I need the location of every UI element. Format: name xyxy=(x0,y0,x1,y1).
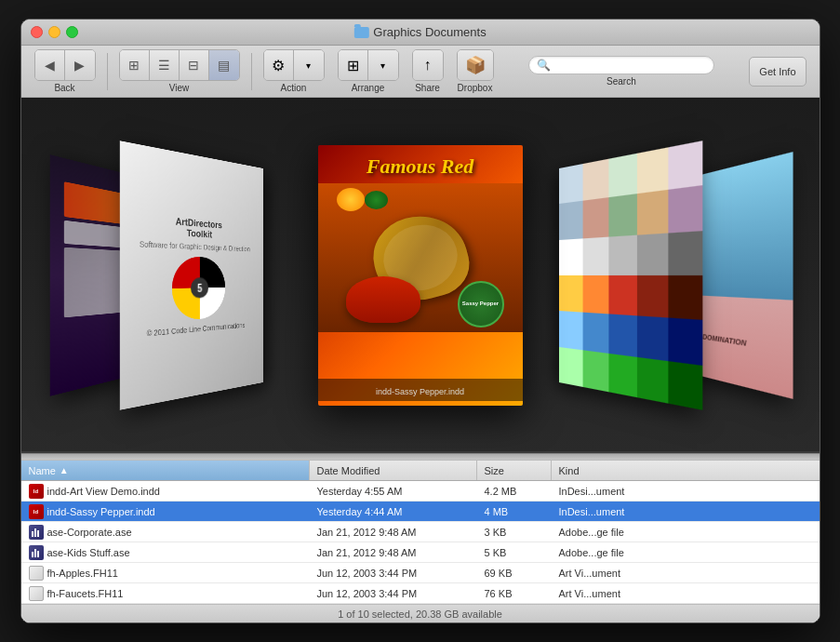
finder-window: Graphics Documents ◀ ▶ Back ⊞ xyxy=(20,19,820,623)
view-buttons: ⊞ ☰ ⊟ ▤ xyxy=(119,49,240,81)
column-header-kind[interactable]: Kind xyxy=(552,461,820,480)
column-header-name[interactable]: Name ▲ xyxy=(21,461,310,480)
title-bar: Graphics Documents xyxy=(21,20,820,46)
table-row[interactable]: Id indd-Sassy Pepper.indd Yesterday 4:44… xyxy=(21,502,820,522)
file-kind-cell: Art Vi...ument xyxy=(552,583,820,603)
arrange-dropdown-arrow-icon: ▾ xyxy=(380,60,385,71)
file-date-cell: Jun 12, 2003 3:44 PM xyxy=(310,583,477,603)
search-box: 🔍 Search xyxy=(501,56,742,87)
file-list-header: Name ▲ Date Modified Size Kind xyxy=(21,461,820,481)
list-view-icon: ☰ xyxy=(158,58,170,73)
indd-icon: Id xyxy=(29,504,44,519)
forward-button[interactable]: ▶ xyxy=(65,50,95,80)
search-label: Search xyxy=(607,76,636,87)
maximize-button[interactable] xyxy=(66,26,78,38)
table-row[interactable]: Id indd-Art View Demo.indd Yesterday 4:5… xyxy=(21,481,820,502)
share-group: ↑ Share xyxy=(407,49,449,93)
back-button[interactable]: ◀ xyxy=(35,50,65,80)
sassy-pepper-badge: Sassy Pepper xyxy=(458,281,504,328)
artdir-logo: 5 xyxy=(171,256,224,321)
file-size-cell: 3 KB xyxy=(477,522,552,542)
column-view-button[interactable]: ⊟ xyxy=(180,50,209,80)
icon-view-icon: ⊞ xyxy=(128,58,140,73)
action-buttons: ⚙ ▾ xyxy=(263,49,325,81)
file-kind-cell: InDesi...ument xyxy=(552,481,820,501)
icon-view-button[interactable]: ⊞ xyxy=(120,50,150,80)
arrange-group: ⊞ ▾ Arrange xyxy=(332,49,405,93)
table-row[interactable]: fh-Faucets.FH11 Jun 12, 2003 3:44 PM 76 … xyxy=(21,583,820,604)
file-date-cell: Jan 21, 2012 9:48 AM xyxy=(310,542,477,562)
back-forward-group: ◀ ▶ Back xyxy=(29,49,101,93)
action-button[interactable]: ⚙ xyxy=(264,50,294,80)
chip-area: Sassy Pepper xyxy=(318,183,523,332)
search-input-wrap[interactable]: 🔍 xyxy=(528,56,714,74)
indd-icon: Id xyxy=(29,484,44,499)
file-kind-cell: InDesi...ument xyxy=(552,502,820,521)
forward-icon: ▶ xyxy=(74,58,85,73)
arrange-buttons: ⊞ ▾ xyxy=(338,49,399,81)
arrange-label: Arrange xyxy=(352,83,385,93)
file-name-cell: ase-Kids Stuff.ase xyxy=(21,542,310,562)
file-name-cell: fh-Apples.FH11 xyxy=(21,563,310,582)
coverflow-area: ArtDirectorsToolkit Software for Graphic… xyxy=(21,98,820,453)
cover-center-inner: Famous Red Sassy Pepper xyxy=(318,145,523,406)
list-view-button[interactable]: ☰ xyxy=(150,50,180,80)
resize-divider[interactable] xyxy=(21,453,820,461)
column-header-date[interactable]: Date Modified xyxy=(310,461,477,480)
back-label: Back xyxy=(54,83,74,93)
get-info-button[interactable]: Get Info xyxy=(749,57,806,87)
file-size-cell: 4 MB xyxy=(477,502,552,521)
arrange-button[interactable]: ⊞ xyxy=(339,50,368,80)
table-row[interactable]: fh-Apples.FH11 Jun 12, 2003 3:44 PM 69 K… xyxy=(21,563,820,583)
artdir-content: ArtDirectorsToolkit Software for Graphic… xyxy=(128,200,258,351)
file-size-cell: 5 KB xyxy=(477,542,552,562)
ase-icon xyxy=(29,545,44,560)
dropdown-arrow-icon: ▾ xyxy=(306,60,311,71)
window-title: Graphics Documents xyxy=(353,25,486,39)
search-icon: 🔍 xyxy=(537,59,551,72)
minimize-button[interactable] xyxy=(48,26,60,38)
cover-right[interactable] xyxy=(559,140,702,410)
fh-icon xyxy=(29,566,44,581)
column-header-size[interactable]: Size xyxy=(477,461,552,480)
arrange-icon: ⊞ xyxy=(347,57,359,74)
toolbar: ◀ ▶ Back ⊞ ☰ ⊟ ▤ xyxy=(21,46,820,98)
fh-icon xyxy=(29,586,44,601)
action-dropdown-button[interactable]: ▾ xyxy=(294,50,324,80)
salsa-bowl xyxy=(346,276,420,323)
cover-left[interactable]: ArtDirectorsToolkit Software for Graphic… xyxy=(119,140,262,410)
famous-red-title: Famous Red xyxy=(367,154,474,179)
sort-arrow: ▲ xyxy=(60,465,69,475)
ase-icon xyxy=(29,525,44,540)
file-list-area: Name ▲ Date Modified Size Kind Id indd-A… xyxy=(21,461,820,622)
arrange-dropdown-button[interactable]: ▾ xyxy=(368,50,398,80)
action-group: ⚙ ▾ Action xyxy=(258,49,330,93)
dropbox-button[interactable]: 📦 xyxy=(458,50,493,80)
gear-icon: ⚙ xyxy=(272,57,285,74)
color-grid xyxy=(559,140,702,410)
file-date-cell: Yesterday 4:44 AM xyxy=(310,502,477,521)
dropbox-button-wrap: 📦 xyxy=(457,49,494,81)
get-info-label: Get Info xyxy=(759,66,795,77)
file-kind-cell: Art Vi...ument xyxy=(552,563,820,582)
table-row[interactable]: ase-Corporate.ase Jan 21, 2012 9:48 AM 3… xyxy=(21,522,820,542)
file-date-cell: Jun 12, 2003 3:44 PM xyxy=(310,563,477,582)
file-kind-cell: Adobe...ge file xyxy=(552,522,820,542)
traffic-lights xyxy=(31,26,78,38)
view-group: ⊞ ☰ ⊟ ▤ View xyxy=(113,49,246,93)
coverflow-container: ArtDirectorsToolkit Software for Graphic… xyxy=(21,98,820,453)
cover-center[interactable]: Famous Red Sassy Pepper xyxy=(318,145,523,406)
share-button-wrap: ↑ xyxy=(412,49,444,81)
share-button[interactable]: ↑ xyxy=(413,50,443,80)
coverflow-view-button[interactable]: ▤ xyxy=(209,50,239,80)
table-row[interactable]: ase-Kids Stuff.ase Jan 21, 2012 9:48 AM … xyxy=(21,542,820,563)
back-icon: ◀ xyxy=(45,58,55,73)
search-input[interactable] xyxy=(554,59,706,72)
file-size-cell: 76 KB xyxy=(477,583,552,603)
file-name-cell: Id indd-Sassy Pepper.indd xyxy=(21,502,310,521)
folder-icon xyxy=(353,27,368,38)
separator-1 xyxy=(107,53,108,90)
close-button[interactable] xyxy=(31,26,43,38)
share-label: Share xyxy=(415,83,440,93)
coverflow-view-icon: ▤ xyxy=(218,58,230,73)
